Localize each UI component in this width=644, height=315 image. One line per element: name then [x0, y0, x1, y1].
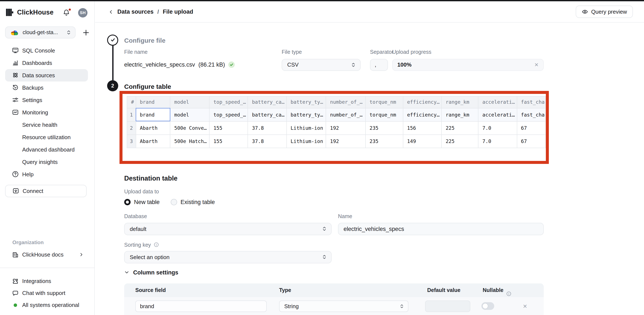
sidebar-item-chat-with-support[interactable]: Chat with support [5, 287, 88, 299]
preview-cell[interactable]: 7.0 [478, 134, 517, 148]
column-settings-toggle[interactable]: Column settings [124, 269, 178, 276]
preview-column-header: accelerati… [478, 96, 517, 108]
type-select[interactable]: String [279, 300, 408, 312]
breadcrumb-data-sources[interactable]: Data sources [117, 8, 154, 15]
destination-table-title: Destination table [124, 174, 178, 182]
preview-cell[interactable]: battery_ty… [286, 108, 326, 121]
chevron-right-icon [79, 252, 84, 257]
sidebar-item-label: Chat with support [22, 290, 65, 296]
sidebar-item-sql-console[interactable]: SQL Console [5, 44, 88, 56]
add-service-button[interactable] [82, 29, 90, 36]
preview-cell[interactable]: brand [136, 108, 170, 121]
sidebar-item-label: Backups [22, 84, 44, 91]
sorting-key-label: Sorting key [124, 242, 159, 248]
preview-cell[interactable]: 37.8 [248, 134, 286, 148]
sidebar-item-dashboards[interactable]: Dashboards [5, 56, 88, 69]
preview-cell[interactable]: Abarth [136, 121, 170, 134]
row-number: 3 [127, 134, 136, 148]
sidebar-item-resource-utilization[interactable]: Resource utilization [5, 131, 88, 143]
sidebar-item-backups[interactable]: Backups [5, 81, 88, 94]
preview-cell[interactable]: Lithium-ion [286, 121, 326, 134]
new-table-radio[interactable] [124, 199, 130, 205]
separator-input[interactable] [370, 59, 388, 71]
window-top-strip [0, 0, 644, 1]
preview-cell[interactable]: 155 [209, 134, 248, 148]
chevron-updown-icon [66, 29, 71, 35]
upload-close-icon[interactable]: ✕ [534, 62, 538, 68]
preview-cell[interactable]: torque_nm [366, 108, 403, 121]
source-field-input[interactable] [135, 300, 267, 312]
preview-cell[interactable]: Abarth [136, 134, 170, 148]
info-icon[interactable] [506, 291, 511, 296]
existing-table-radio[interactable] [171, 199, 177, 205]
database-select[interactable]: default [124, 222, 332, 235]
connect-button[interactable]: Connect [5, 184, 87, 197]
preview-cell[interactable]: 67 [517, 134, 546, 148]
remove-column-icon[interactable]: ✕ [523, 303, 527, 309]
preview-cell[interactable]: fast_cha [517, 108, 546, 121]
notifications-button[interactable] [63, 9, 70, 16]
database-value: default [130, 226, 146, 232]
sidebar-item-monitoring[interactable]: Monitoring [5, 106, 88, 118]
preview-cell[interactable]: top_speed_… [209, 108, 248, 121]
sidebar-item-data-sources[interactable]: Data sources [5, 69, 88, 81]
preview-cell[interactable]: 37.8 [248, 121, 286, 134]
app-window: ClickHouse SH [0, 0, 644, 315]
sidebar-item-advanced-dashboard[interactable]: Advanced dashboard [5, 143, 88, 156]
breadcrumb-separator: / [158, 8, 159, 15]
sidebar-item-all-systems-operational[interactable]: All systems operational [5, 299, 88, 311]
sidebar-item-integrations[interactable]: Integrations [5, 275, 88, 287]
avatar[interactable]: SH [78, 8, 88, 17]
info-icon[interactable] [154, 242, 159, 247]
preview-cell[interactable]: battery_ca… [248, 108, 286, 121]
sidebar-nav: SQL ConsoleDashboardsData sourcesBackups… [0, 44, 95, 180]
sidebar-item-label: Advanced dashboard [22, 146, 75, 152]
preview-cell[interactable]: 500e Conve… [170, 121, 210, 134]
sidebar-item-settings[interactable]: Settings [5, 94, 88, 106]
docs-label: ClickHouse docs [22, 252, 64, 258]
preview-cell[interactable]: Lithium-ion [286, 134, 326, 148]
sidebar-item-query-insights[interactable]: Query insights [5, 156, 88, 168]
sidebar-item-service-health[interactable]: Service health [5, 118, 88, 131]
back-chevron-icon[interactable] [108, 9, 114, 14]
sidebar-item-help[interactable]: Help [5, 168, 88, 180]
preview-column-header: number_of_… [326, 96, 366, 108]
preview-cell[interactable]: 7.0 [478, 121, 517, 134]
default-value-input[interactable] [425, 300, 470, 312]
preview-cell[interactable]: 235 [366, 121, 403, 134]
sidebar-item-label: Dashboards [22, 60, 52, 66]
preview-cell[interactable]: 500e Hatch… [170, 134, 210, 148]
preview-cell[interactable]: 155 [209, 121, 248, 134]
preview-cell[interactable]: 192 [326, 121, 366, 134]
sidebar-item-label: Data sources [22, 72, 55, 78]
preview-body: 1brandmodeltop_speed_…battery_ca…battery… [127, 108, 546, 148]
preview-cell[interactable]: 225 [442, 121, 478, 134]
sidebar-item-label: Service health [22, 122, 58, 128]
preview-cell[interactable]: 156 [403, 121, 442, 134]
preview-cell[interactable]: model [170, 108, 210, 121]
query-preview-button[interactable]: Query preview [576, 6, 633, 18]
preview-cell[interactable]: range_km [442, 108, 478, 121]
breadcrumb-file-upload[interactable]: File upload [163, 8, 193, 15]
preview-header-row: #brandmodeltop_speed_…battery_ca…battery… [127, 96, 546, 108]
sorting-key-select[interactable]: Select an option [124, 251, 332, 263]
table-name-input[interactable] [338, 222, 544, 235]
preview-cell[interactable]: number_of_… [326, 108, 366, 121]
sidebar-item-label: SQL Console [22, 47, 55, 54]
chevron-updown-icon [351, 62, 356, 68]
new-table-label: New table [134, 199, 160, 205]
preview-cell[interactable]: accelerati… [478, 108, 517, 121]
preview-cell[interactable]: 192 [326, 134, 366, 148]
preview-cell[interactable]: 225 [442, 134, 478, 148]
file-type-select[interactable]: CSV [282, 59, 360, 71]
sidebar-item-clickhouse-docs[interactable]: ClickHouse docs [5, 249, 88, 260]
preview-cell[interactable]: efficiency… [403, 108, 442, 121]
nullable-toggle[interactable] [482, 302, 494, 310]
preview-cell[interactable]: 67 [517, 121, 546, 134]
column-settings-row: String ✕ [124, 297, 544, 315]
preview-cell[interactable]: 149 [403, 134, 442, 148]
workspace-selector[interactable]: cloud-get-sta... [5, 26, 76, 38]
row-number: 1 [127, 108, 136, 121]
preview-cell[interactable]: 235 [366, 134, 403, 148]
preview-table-wrap: #brandmodeltop_speed_…battery_ca…battery… [122, 94, 546, 161]
